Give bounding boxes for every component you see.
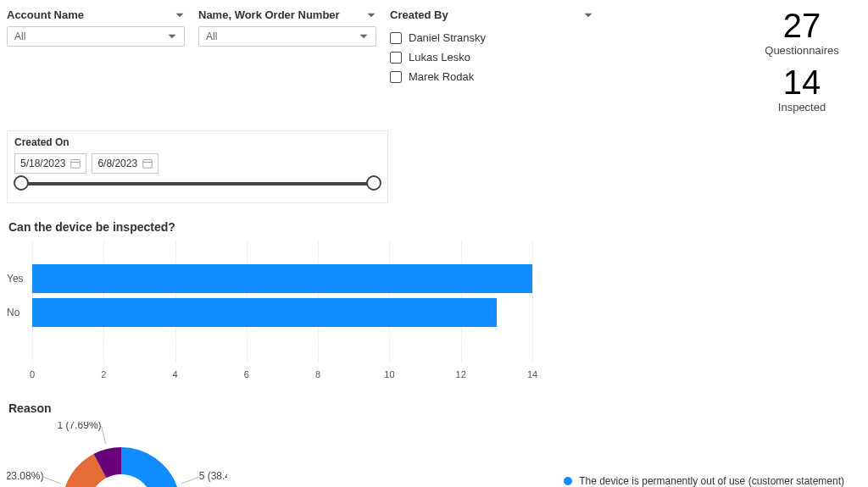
donut-chart-reason: 5 (38.46%)4 (30.77%)3 (23.08%)1 (7.69%) …	[7, 422, 861, 487]
chevron-down-icon	[359, 31, 369, 42]
date-range-slider[interactable]	[21, 182, 374, 185]
svg-line-7	[102, 426, 106, 444]
bar-chart-title: Can the device be inspected?	[8, 220, 861, 234]
kpi-label: Questionnaires	[743, 44, 861, 57]
filter-label: Created On	[14, 136, 381, 148]
kpi-value: 14	[743, 64, 861, 101]
filter-work-order: Name, Work Order Number All	[198, 7, 376, 120]
date-value: 6/8/2023	[97, 158, 137, 169]
bar-no[interactable]	[32, 298, 497, 327]
kpi-inspected: 14 Inspected	[743, 64, 861, 113]
donut-svg: 5 (38.46%)4 (30.77%)3 (23.08%)1 (7.69%)	[7, 422, 227, 487]
date-from-input[interactable]: 5/18/2023	[14, 153, 86, 174]
x-tick: 6	[244, 369, 249, 379]
option-label: Marek Rodak	[409, 70, 474, 83]
donut-legend: The device is permanently out of use (cu…	[564, 473, 861, 487]
bar-yes[interactable]	[32, 264, 532, 293]
kpi-questionnaires: 27 Questionnaires	[743, 7, 861, 57]
donut-data-label: 3 (23.08%)	[7, 470, 43, 482]
donut-slice[interactable]	[121, 447, 181, 487]
checkbox-icon	[390, 52, 402, 64]
select-value: All	[206, 30, 217, 42]
x-tick: 14	[527, 369, 537, 379]
account-name-select[interactable]: All	[7, 26, 185, 47]
svg-rect-0	[71, 160, 81, 169]
filter-created-on: Created On 5/18/2023 6/8/2023	[7, 130, 388, 203]
filter-created-by: Created By Daniel Stransky Lukas Lesko M…	[390, 7, 593, 120]
chevron-down-icon	[167, 31, 177, 42]
filter-account-name: Account Name All	[7, 7, 185, 120]
date-to-input[interactable]: 6/8/2023	[92, 153, 159, 174]
date-value: 5/18/2023	[20, 158, 65, 169]
created-by-option[interactable]: Marek Rodak	[390, 67, 593, 86]
created-by-option[interactable]: Lukas Lesko	[390, 47, 593, 67]
calendar-icon	[70, 158, 81, 169]
legend-swatch-icon	[564, 477, 572, 485]
donut-data-label: 5 (38.46%)	[199, 470, 227, 482]
option-label: Daniel Stransky	[409, 31, 486, 44]
work-order-select[interactable]: All	[198, 26, 376, 47]
bar-category-label: Yes	[7, 273, 31, 285]
calendar-icon	[142, 158, 153, 169]
chevron-down-icon	[366, 10, 376, 20]
filter-label: Name, Work Order Number	[198, 8, 340, 21]
slider-handle-start[interactable]	[14, 175, 29, 191]
legend-label: The device is permanently out of use (cu…	[579, 475, 844, 487]
legend-item[interactable]: The device is permanently out of use (cu…	[564, 473, 844, 487]
bar-chart-inspected: YesNo 02468101214	[7, 241, 532, 385]
svg-rect-2	[143, 160, 153, 169]
checkbox-icon	[390, 71, 402, 83]
chevron-down-icon	[175, 10, 185, 20]
bar-category-label: No	[7, 307, 31, 318]
donut-chart-title: Reason	[8, 401, 861, 415]
x-tick: 10	[384, 369, 394, 379]
svg-line-6	[43, 477, 61, 484]
x-tick: 2	[101, 369, 106, 379]
donut-data-label: 1 (7.69%)	[58, 422, 102, 431]
kpi-label: Inspected	[743, 101, 861, 113]
filter-label: Created By	[390, 8, 448, 21]
checkbox-icon	[390, 32, 402, 44]
x-tick: 0	[30, 369, 35, 379]
option-label: Lukas Lesko	[409, 51, 470, 64]
x-tick: 12	[456, 369, 466, 379]
slider-handle-end[interactable]	[366, 175, 381, 191]
kpi-value: 27	[743, 7, 861, 44]
chevron-down-icon	[583, 10, 593, 20]
created-by-option[interactable]: Daniel Stransky	[390, 28, 593, 47]
select-value: All	[14, 30, 25, 42]
x-tick: 8	[315, 369, 320, 379]
filter-label: Account Name	[7, 8, 84, 21]
svg-line-4	[181, 477, 199, 484]
x-tick: 4	[173, 369, 178, 379]
